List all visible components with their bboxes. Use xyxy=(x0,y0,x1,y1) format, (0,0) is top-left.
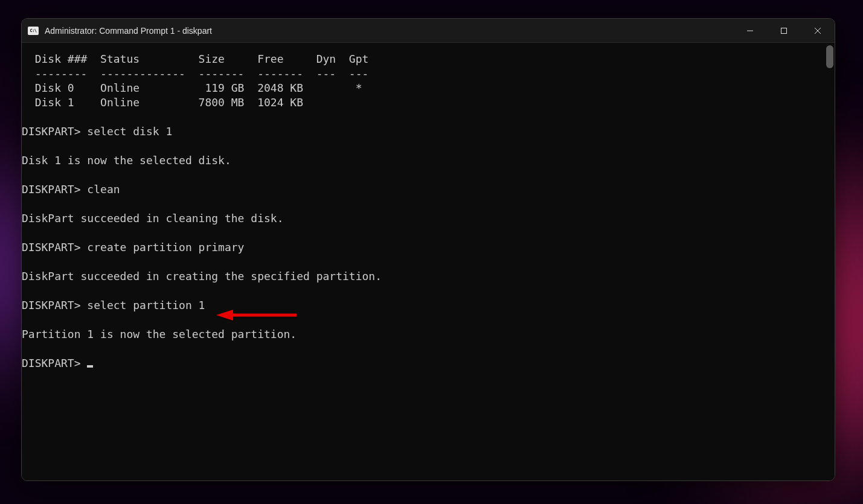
terminal-cursor xyxy=(87,365,93,368)
window-title: Administrator: Command Prompt 1 - diskpa… xyxy=(45,26,733,36)
terminal-content: Disk ### Status Size Free Dyn Gpt ------… xyxy=(22,52,835,371)
scrollbar[interactable] xyxy=(826,45,833,478)
minimize-button[interactable] xyxy=(733,19,767,42)
maximize-button[interactable] xyxy=(767,19,801,42)
titlebar[interactable]: C:\ Administrator: Command Prompt 1 - di… xyxy=(22,19,835,43)
svg-marker-5 xyxy=(216,310,233,321)
terminal-body[interactable]: Disk ### Status Size Free Dyn Gpt ------… xyxy=(22,43,835,480)
window-controls xyxy=(733,19,835,42)
svg-rect-1 xyxy=(781,28,787,33)
close-button[interactable] xyxy=(801,19,835,42)
command-prompt-window: C:\ Administrator: Command Prompt 1 - di… xyxy=(21,18,835,481)
cmd-icon: C:\ xyxy=(28,27,39,35)
annotation-arrow-icon xyxy=(215,308,300,322)
scrollbar-thumb[interactable] xyxy=(826,45,833,68)
